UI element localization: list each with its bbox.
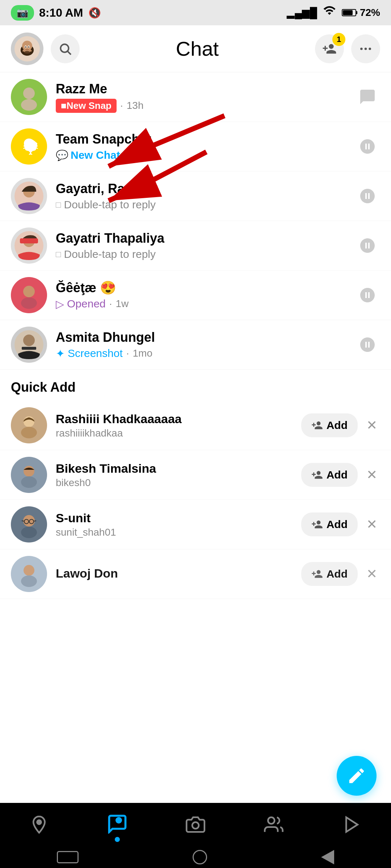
chat-item-team-snapchat[interactable]: Team Snapchat New Chat · 1d [0,122,391,171]
add-sunit-button[interactable]: Add [301,512,358,536]
svg-point-42 [21,527,37,538]
team-snapchat-action [355,134,380,159]
add-friend-button[interactable]: 1 [315,34,344,63]
svg-point-21 [21,99,37,111]
nav-friends[interactable] [256,807,292,843]
battery-icon: 72% [342,7,380,18]
sunit-name: S-unit [56,511,301,525]
notification-badge: 1 [332,33,345,46]
bikesh-name: Bikesh Timalsina [56,461,301,476]
asmita-time: 1mo [133,348,152,359]
double-tap-text: Double-tap to reply [56,199,156,211]
svg-point-50 [21,575,37,587]
bikesh-info: Bikesh Timalsina bikesh0 [56,461,301,489]
dismiss-lawoj-button[interactable]: ✕ [363,563,380,584]
bottom-navigation [0,803,391,846]
signal-icon: ▂▄▆█ [287,7,317,19]
svg-line-47 [34,521,36,521]
svg-rect-2 [343,10,353,15]
mute-icon: 🔇 [88,7,101,19]
team-snapchat-time: 1d [130,149,141,161]
chat-item-razz-me[interactable]: Razz Me ■ New Snap · 13h [0,72,391,122]
dismiss-rashiiii-button[interactable]: ✕ [363,415,380,436]
svg-rect-32 [22,347,36,350]
team-snapchat-avatar [11,128,47,165]
nav-map[interactable] [21,807,57,843]
razz-me-avatar [11,79,47,115]
svg-point-16 [360,47,363,50]
add-rashiiii-button[interactable]: Add [301,413,358,437]
gayatri-thapaliya-info: Gayatri Thapaliya Double-tap to reply [56,231,355,260]
wifi-icon [323,5,336,21]
page-title: Chat [80,37,315,60]
razz-me-time: 13h [127,100,144,111]
chat-item-asmita[interactable]: Asmita Dhungel ✦ Screenshot · 1mo [0,320,391,370]
razz-me-action [355,84,380,110]
svg-rect-1 [356,11,357,14]
asmita-name: Asmita Dhungel [56,330,355,345]
svg-point-38 [24,466,34,477]
rashiiii-info: Rashiiii Khadkaaaaaa rashiiiikhadkaa [56,412,301,439]
razz-me-name: Razz Me [56,81,355,97]
lawoj-info: Lawoj Don [56,566,301,582]
nav-active-indicator [115,837,120,842]
screenshot-text: ✦ Screenshot [56,347,123,360]
new-message-fab[interactable] [337,756,377,796]
svg-point-10 [28,46,29,48]
geetae-name: Ğêėţæ 😍 [56,280,355,295]
svg-point-31 [23,335,35,346]
lawoj-name: Lawoj Don [56,566,301,580]
status-time: 8:10 AM [39,6,83,20]
asmita-action [355,332,380,357]
chat-item-gayatri-razz[interactable]: Gayatri, Razz Double-tap to reply [0,171,391,221]
more-button[interactable] [351,34,380,63]
svg-point-18 [369,47,371,50]
add-lawoj-button[interactable]: Add [301,562,358,586]
nav-chat[interactable] [99,807,135,843]
add-bikesh-button[interactable]: Add [301,463,358,487]
rashiiii-avatar [11,407,47,443]
svg-point-28 [23,286,35,297]
dismiss-sunit-button[interactable]: ✕ [363,514,380,535]
svg-point-51 [37,820,41,824]
system-navigation [0,846,391,868]
header: Chat 1 [0,25,391,72]
svg-point-9 [25,46,26,48]
nav-stories[interactable] [334,807,370,843]
camera-icon: 📷 [17,7,28,18]
svg-point-53 [268,817,274,824]
nav-camera[interactable] [177,807,214,843]
search-button[interactable] [51,34,80,63]
quick-add-item-bikesh[interactable]: Bikesh Timalsina bikesh0 Add ✕ [0,450,391,500]
nav-square[interactable] [57,851,79,863]
quick-add-header: Quick Add [0,370,391,401]
chat-item-gayatri-thapaliya[interactable]: Gayatri Thapaliya Double-tap to reply [0,221,391,271]
svg-point-13 [24,51,30,54]
team-snapchat-info: Team Snapchat New Chat · 1d [56,132,355,161]
svg-point-49 [24,565,34,576]
chat-item-geetae[interactable]: Ğêėţæ 😍 ▷ Opened · 1w [0,271,391,320]
user-avatar[interactable] [11,33,43,65]
svg-line-15 [68,51,71,55]
rashiiii-username: rashiiiikhadkaa [56,427,301,439]
dismiss-bikesh-button[interactable]: ✕ [363,464,380,485]
quick-add-section: Quick Add Rashiiii Khadkaaaaaa rashiiiik… [0,370,391,599]
team-snapchat-name: Team Snapchat [56,132,355,147]
lawoj-avatar [11,556,47,592]
gayatri-thapaliya-name: Gayatri Thapaliya [56,231,355,246]
svg-point-14 [60,44,68,52]
asmita-avatar [11,327,47,363]
svg-point-20 [23,88,35,99]
quick-add-item-sunit[interactable]: S-unit sunit_shah01 Add ✕ [0,500,391,549]
quick-add-item-lawoj[interactable]: Lawoj Don Add ✕ [0,549,391,599]
nav-back[interactable] [321,850,334,864]
svg-point-29 [21,297,37,309]
svg-point-41 [23,515,35,527]
status-bar: 📷 8:10 AM 🔇 ▂▄▆█ 72% [0,0,391,25]
quick-add-item-rashiiii[interactable]: Rashiiii Khadkaaaaaa rashiiiikhadkaa Add… [0,401,391,450]
nav-home[interactable] [193,850,207,864]
bikesh-avatar [11,457,47,493]
sunit-info: S-unit sunit_shah01 [56,511,301,538]
rashiiii-name: Rashiiii Khadkaaaaaa [56,412,301,426]
double-tap-text2: Double-tap to reply [56,248,156,260]
